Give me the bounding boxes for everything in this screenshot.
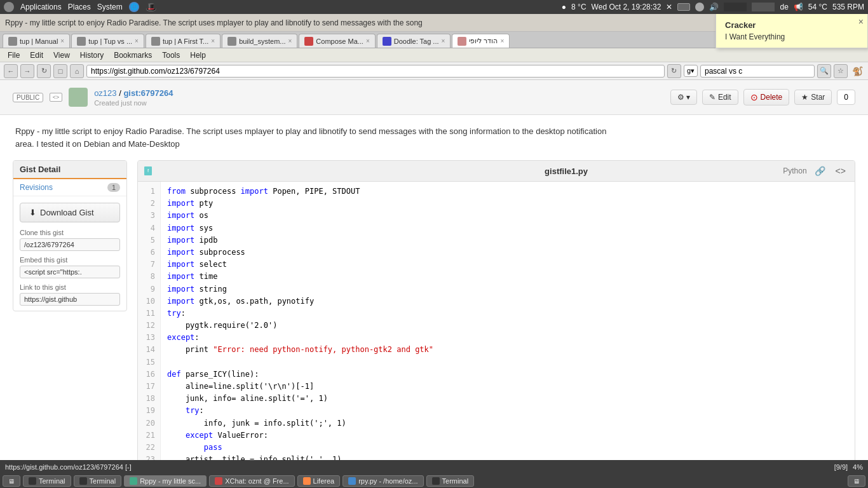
weather-temp: 8 °C (571, 3, 586, 11)
battery-icon (677, 3, 690, 11)
tab-4[interactable]: Compose Ma... × (299, 34, 375, 48)
tab-close-0[interactable]: × (60, 37, 64, 44)
speaker-icon: 📢 (794, 3, 803, 11)
tab-label-5: Doodle: Tag ... (394, 37, 439, 45)
app-menu-icon (4, 2, 14, 12)
main-layout: Gist Detail Revisions 1 ⬇ Download Gist … (0, 160, 868, 460)
embed-input[interactable] (20, 266, 120, 278)
tab-close-4[interactable]: × (366, 37, 370, 44)
monitor-icon: 🖥 (853, 478, 860, 485)
menu-bookmarks[interactable]: Bookmarks (109, 50, 157, 61)
page-content: PUBLIC <> oz123 / gist:6797264 Created j… (0, 80, 868, 460)
system-menu[interactable]: System (97, 3, 123, 11)
taskbar-rppy-label: Rppy - my little sc... (140, 477, 201, 485)
taskbar-terminal-2[interactable]: Terminal (74, 475, 122, 487)
globe-icon: 🌐 (129, 2, 139, 12)
stop-button[interactable]: □ (53, 64, 67, 78)
notification-close-btn[interactable]: × (858, 17, 864, 27)
search-button[interactable]: 🔍 (817, 64, 831, 78)
owner-link[interactable]: oz123 (94, 88, 116, 98)
url-input[interactable] (86, 65, 665, 78)
tab-label-4: Compose Ma... (316, 37, 363, 45)
reload-button[interactable]: ↻ (37, 64, 51, 78)
monkey-icon: 🐒 (850, 64, 864, 78)
taskbar-xchat[interactable]: XChat: oznt @ Fre... (209, 475, 294, 487)
code-area: 1234567891011121314151617181920212223 fr… (138, 182, 855, 460)
clock-icon (695, 3, 704, 11)
menu-view[interactable]: View (48, 50, 75, 61)
taskbar-liferea[interactable]: Liferea (297, 475, 341, 487)
taskbar-editor[interactable]: rpy.py - /home/oz... (342, 475, 423, 487)
download-icon: ⬇ (29, 208, 36, 217)
places-menu[interactable]: Places (68, 3, 91, 11)
menu-tools[interactable]: Tools (157, 50, 185, 61)
sidebar-title: Gist Detail (13, 161, 126, 179)
embed-section: Embed this gist (13, 256, 126, 283)
back-button[interactable]: ← (4, 64, 18, 78)
avatar (69, 88, 88, 107)
tab-6[interactable]: הודר ליופי × (452, 34, 510, 48)
link-icon-btn[interactable]: 🔗 (812, 165, 828, 177)
tab-favicon-1 (77, 37, 86, 46)
taskbar-terminal-1[interactable]: Terminal (23, 475, 71, 487)
revisions-count: 1 (107, 183, 120, 192)
created-at: Created just now (94, 99, 173, 107)
code-panel-header: f gistfile1.py Python 🔗 <> (138, 161, 855, 182)
tab-close-3[interactable]: × (288, 37, 292, 44)
system-bar: Applications Places System 🌐 🎩 ● 8 °C We… (0, 0, 868, 14)
star-button[interactable]: ★ Star (794, 90, 832, 105)
rppy-icon (130, 477, 137, 485)
taskbar-monitor: 🖥 (848, 475, 865, 487)
tab-close-5[interactable]: × (442, 37, 445, 44)
tab-label-3: build_system... (239, 37, 285, 45)
taskbar-terminal-2-label: Terminal (90, 477, 116, 485)
menu-history[interactable]: History (75, 50, 109, 61)
terminal-icon-1 (29, 477, 36, 485)
address-bar: ← → ↻ □ ⌂ ↻ g▾ 🔍 ☆ 🐒 (0, 62, 868, 80)
tab-favicon-2 (151, 37, 160, 46)
bookmark-button[interactable]: ☆ (834, 64, 848, 78)
tab-close-2[interactable]: × (211, 37, 215, 44)
menu-file[interactable]: File (3, 50, 25, 61)
locale-label: de (780, 3, 788, 11)
tab-5[interactable]: Doodle: Tag ... × (377, 34, 451, 48)
clone-input[interactable] (20, 238, 120, 251)
tab-favicon-6 (458, 37, 466, 46)
taskbar-rppy[interactable]: Rppy - my little sc... (124, 475, 207, 487)
search-engine-label: g▾ (684, 65, 698, 77)
code-panel-right: Python 🔗 <> (783, 165, 848, 177)
tab-label-2: tup | A First T... (163, 37, 208, 45)
language-label: Python (783, 166, 806, 175)
tab-label-6: הודר ליופי (469, 37, 498, 45)
tab-3[interactable]: build_system... × (222, 34, 297, 48)
delete-button[interactable]: ⊙ Delete (743, 89, 790, 105)
search-input[interactable] (700, 65, 815, 78)
home-button[interactable]: ⌂ (70, 64, 84, 78)
terminal-icon-3 (432, 477, 440, 485)
tab-close-1[interactable]: × (135, 37, 139, 44)
tab-close-6[interactable]: × (500, 37, 504, 44)
settings-button[interactable]: ⚙ ▾ (670, 90, 697, 105)
code-lines: from subprocess import Popen, PIPE, STDO… (161, 182, 440, 460)
link-input[interactable] (20, 293, 120, 306)
tab-0[interactable]: tup | Manual × (3, 34, 70, 48)
status-bar: https://gist.github.com/oz123/6797264 [-… (0, 460, 868, 474)
forward-button[interactable]: → (20, 64, 34, 78)
download-gist-button[interactable]: ⬇ Download Gist (20, 203, 120, 222)
file-icon: f (144, 166, 152, 175)
taskbar-terminal-3-label: Terminal (442, 477, 469, 485)
taskbar-terminal-3[interactable]: Terminal (426, 475, 475, 487)
menu-edit[interactable]: Edit (25, 50, 48, 61)
color-box2 (752, 3, 775, 11)
raw-icon-btn[interactable]: <> (833, 165, 848, 177)
tab-2[interactable]: tup | A First T... × (146, 34, 220, 48)
gist-id-link[interactable]: gist:6797264 (123, 88, 173, 98)
clone-section: Clone this gist (13, 229, 126, 256)
menu-help[interactable]: Help (185, 50, 211, 61)
applications-menu[interactable]: Applications (20, 3, 62, 11)
tab-1[interactable]: tup | Tup vs ... × (71, 34, 144, 48)
refresh-button[interactable]: ↻ (667, 64, 681, 78)
revisions-nav-item[interactable]: Revisions 1 (13, 179, 126, 196)
tab-label-1: tup | Tup vs ... (88, 37, 132, 45)
edit-button[interactable]: ✎ Edit (702, 90, 738, 105)
